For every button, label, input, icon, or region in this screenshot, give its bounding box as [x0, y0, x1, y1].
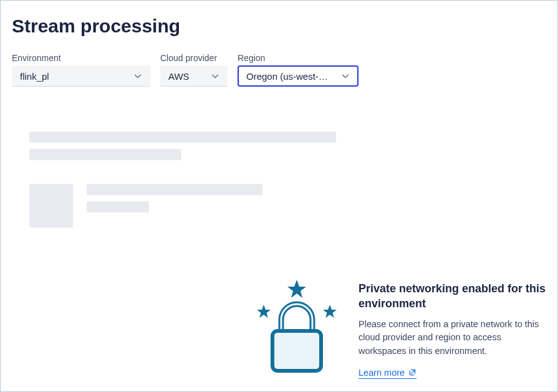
filter-environment-label: Environment — [12, 53, 150, 63]
filter-bar: Environment flink_pl Cloud provider AWS … — [1, 37, 557, 87]
learn-more-label: Learn more — [358, 368, 405, 378]
skeleton-line — [87, 201, 149, 213]
svg-rect-0 — [272, 331, 321, 371]
skeleton-col — [87, 184, 262, 227]
chevron-down-icon — [341, 72, 350, 80]
page-frame: Stream processing Environment flink_pl C… — [0, 0, 558, 392]
callout-title: Private networking enabled for this envi… — [358, 281, 549, 312]
lock-stars-illustration — [250, 277, 344, 377]
filter-region: Region Oregon (us-west-… — [238, 53, 358, 87]
learn-more-link[interactable]: Learn more — [358, 368, 416, 379]
chevron-down-icon — [211, 72, 219, 80]
skeleton-thumbnail — [29, 184, 73, 227]
filter-cloud-label: Cloud provider — [160, 53, 228, 63]
environment-select-value: flink_pl — [20, 71, 49, 82]
environment-select[interactable]: flink_pl — [12, 65, 150, 87]
external-link-icon — [408, 368, 416, 376]
region-select[interactable]: Oregon (us-west-… — [238, 65, 358, 87]
skeleton-line — [87, 184, 262, 195]
filter-region-label: Region — [238, 53, 358, 63]
callout-text: Private networking enabled for this envi… — [358, 277, 549, 379]
filter-environment: Environment flink_pl — [12, 53, 150, 87]
cloud-provider-select-value: AWS — [168, 71, 190, 82]
callout-body: Please connect from a private network to… — [358, 318, 549, 358]
chevron-down-icon — [133, 72, 142, 80]
private-networking-callout: Private networking enabled for this envi… — [250, 277, 549, 379]
skeleton-row — [29, 184, 557, 227]
filter-cloud-provider: Cloud provider AWS — [160, 53, 228, 87]
page-title: Stream processing — [1, 1, 557, 37]
skeleton-line — [29, 131, 336, 143]
region-select-value: Oregon (us-west-… — [246, 71, 328, 82]
skeleton-line — [29, 149, 181, 160]
cloud-provider-select[interactable]: AWS — [160, 65, 228, 87]
loading-skeleton — [1, 87, 557, 227]
